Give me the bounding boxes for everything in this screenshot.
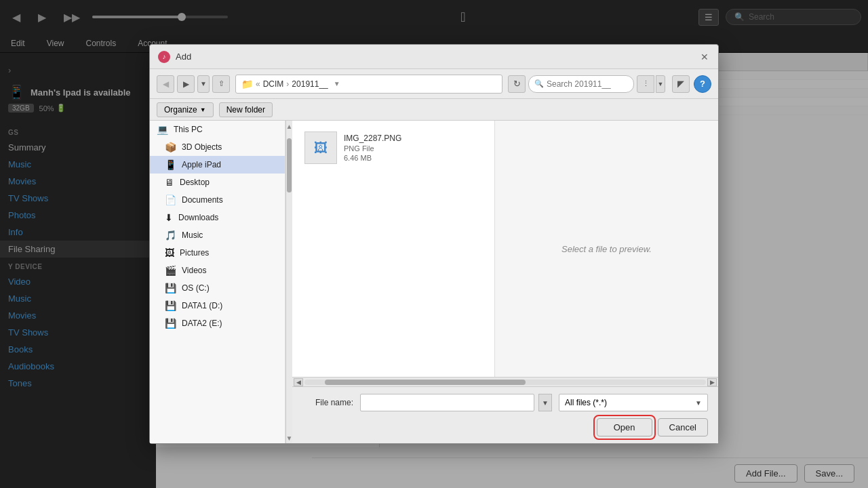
dialog-body: 💻 This PC 📦 3D Objects 📱 Apple iPad 🖥 De… (150, 121, 718, 443)
file-size: 6.46 MB (344, 154, 401, 162)
dialog-toolbar: ◀ ▶ ▼ ⇧ 📁 « DCIM › 201911__ ▼ ↻ 🔍 (150, 69, 718, 99)
dialog-close-button[interactable]: ✕ (699, 52, 710, 62)
drive-d-label: DATA1 (D:) (182, 301, 222, 310)
dialog-sidebar-apple-ipad[interactable]: 📱 Apple iPad (150, 156, 285, 174)
forward-nav-button[interactable]: ▶ (177, 75, 195, 93)
path-sep1: « (256, 79, 260, 89)
dialog-sidebar-this-pc[interactable]: 💻 This PC (150, 121, 285, 138)
filename-label: File name: (302, 398, 353, 407)
dialog-sidebar-data2[interactable]: 💾 DATA2 (E:) (150, 314, 285, 332)
h-scroll-thumb (325, 380, 526, 385)
file-info: IMG_2287.PNG PNG File 6.46 MB (344, 134, 401, 162)
preview-text: Select a file to preview. (561, 244, 652, 254)
organize-label: Organize (164, 105, 197, 115)
folder-icon: 📁 (241, 79, 253, 89)
dialog-file-area: 🖼 IMG_2287.PNG PNG File 6.46 MB Select a… (292, 121, 718, 377)
dialog-sidebar-downloads[interactable]: ⬇ Downloads (150, 209, 285, 226)
dialog-sidebar-desktop[interactable]: 🖥 Desktop (150, 174, 285, 191)
dialog-sidebar-os-c[interactable]: 💾 OS (C:) (150, 279, 285, 297)
file-list-area[interactable]: 🖼 IMG_2287.PNG PNG File 6.46 MB (292, 121, 494, 377)
dialog-sidebar-3d-objects[interactable]: 📦 3D Objects (150, 138, 285, 156)
dialog-sidebar: 💻 This PC 📦 3D Objects 📱 Apple iPad 🖥 De… (150, 121, 285, 443)
dialog-title-text: Add (176, 52, 694, 62)
drive-e-icon: 💾 (165, 318, 176, 329)
file-dialog: ♪ Add ✕ ◀ ▶ ▼ ⇧ 📁 « DCIM › 201911__ ▼ ↻ (149, 44, 719, 444)
filename-input[interactable] (360, 394, 534, 411)
dialog-sidebar-videos[interactable]: 🎬 Videos (150, 262, 285, 279)
scroll-up-arrow[interactable]: ▲ (286, 121, 292, 131)
preview-pane-button[interactable]: ◤ (672, 75, 690, 93)
h-scroll-track[interactable] (304, 380, 706, 385)
back-nav-button[interactable]: ◀ (157, 75, 174, 93)
apple-ipad-icon: 📱 (165, 159, 176, 170)
this-pc-label: This PC (174, 125, 203, 134)
documents-label: Documents (182, 195, 223, 205)
drive-e-label: DATA2 (E:) (182, 319, 222, 328)
music-label: Music (182, 230, 203, 240)
path-segment1: DCIM (263, 79, 284, 89)
h-scroll-left-arrow[interactable]: ◀ (294, 378, 303, 386)
dialog-bottom: File name: ▼ All files (*.*) ▼ (292, 386, 718, 443)
path-sep2: › (286, 79, 289, 89)
filename-input-wrap: ▼ (360, 394, 552, 411)
dialog-sidebar-data1[interactable]: 💾 DATA1 (D:) (150, 297, 285, 314)
help-button[interactable]: ? (694, 75, 711, 93)
downloads-icon: ⬇ (165, 212, 173, 223)
path-segment2: 201911__ (292, 79, 328, 89)
scroll-track[interactable] (286, 131, 292, 432)
dialog-sidebar-documents[interactable]: 📄 Documents (150, 191, 285, 209)
dialog-action-row: Open Cancel (302, 418, 708, 436)
dialog-overlay: ♪ Add ✕ ◀ ▶ ▼ ⇧ 📁 « DCIM › 201911__ ▼ ↻ (0, 0, 868, 488)
desktop-label: Desktop (180, 178, 210, 187)
view-icons: ⋮ ▼ (637, 75, 665, 93)
filetype-dropdown-icon: ▼ (695, 399, 702, 407)
3d-objects-label: 3D Objects (182, 142, 222, 152)
scroll-down-arrow[interactable]: ▼ (286, 432, 292, 443)
dialog-sidebar-pictures[interactable]: 🖼 Pictures (150, 244, 285, 262)
organize-bar: Organize ▼ New folder (150, 99, 718, 121)
dialog-icon: ♪ (158, 51, 170, 63)
filetype-select[interactable]: All files (*.*) ▼ (559, 394, 708, 411)
nav-dropdown-button[interactable]: ▼ (197, 75, 210, 93)
dialog-search-input[interactable] (547, 79, 628, 89)
filename-row: File name: ▼ All files (*.*) ▼ (302, 394, 708, 411)
path-bar[interactable]: 📁 « DCIM › 201911__ ▼ (235, 75, 502, 94)
pictures-icon: 🖼 (165, 247, 174, 258)
file-item[interactable]: 🖼 IMG_2287.PNG PNG File 6.46 MB (299, 127, 448, 168)
horizontal-scrollbar[interactable]: ◀ ▶ (292, 377, 718, 386)
organize-button[interactable]: Organize ▼ (157, 102, 214, 117)
dialog-main: 🖼 IMG_2287.PNG PNG File 6.46 MB Select a… (292, 121, 718, 443)
this-pc-icon: 💻 (157, 124, 168, 135)
preview-area: Select a file to preview. (494, 121, 718, 377)
new-folder-label: New folder (226, 105, 265, 115)
desktop-icon: 🖥 (165, 177, 174, 188)
h-scroll-right-arrow[interactable]: ▶ (707, 378, 717, 386)
scroll-thumb (287, 138, 292, 192)
new-folder-button[interactable]: New folder (219, 102, 273, 117)
pictures-label: Pictures (180, 248, 209, 258)
drive-c-label: OS (C:) (182, 283, 210, 293)
open-button[interactable]: Open (597, 418, 652, 436)
file-type: PNG File (344, 144, 401, 152)
downloads-label: Downloads (178, 213, 218, 222)
videos-label: Videos (182, 266, 206, 275)
cancel-button[interactable]: Cancel (658, 418, 708, 436)
dialog-sidebar-music[interactable]: 🎵 Music (150, 226, 285, 244)
drive-c-icon: 💾 (165, 283, 176, 293)
file-name: IMG_2287.PNG (344, 134, 401, 143)
dialog-search-icon: 🔍 (534, 79, 544, 88)
open-button-wrapper: Open (597, 418, 652, 436)
filename-dropdown-button[interactable]: ▼ (538, 394, 552, 411)
view-tiles-button[interactable]: ⋮ (637, 75, 654, 93)
up-nav-button[interactable]: ⇧ (212, 75, 230, 93)
dialog-search-box[interactable]: 🔍 (528, 75, 634, 93)
refresh-button[interactable]: ↻ (508, 75, 526, 93)
dialog-sidebar-wrapper: 💻 This PC 📦 3D Objects 📱 Apple iPad 🖥 De… (150, 121, 292, 443)
path-dropdown-arrow[interactable]: ▼ (334, 80, 340, 87)
dialog-sidebar-scrollbar[interactable]: ▲ ▼ (285, 121, 292, 443)
apple-ipad-label: Apple iPad (182, 160, 221, 169)
3d-objects-icon: 📦 (165, 142, 176, 152)
music-icon: 🎵 (165, 230, 176, 241)
organize-dropdown-icon: ▼ (200, 106, 206, 113)
view-dropdown-button[interactable]: ▼ (656, 75, 665, 93)
